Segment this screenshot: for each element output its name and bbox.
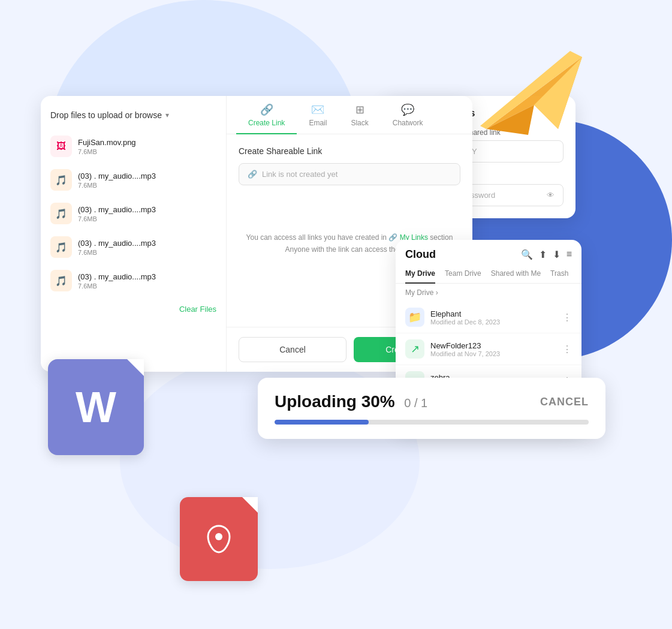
tab-email[interactable]: ✉️ Email <box>297 96 339 134</box>
file-name: FujiSan.mov.png <box>78 138 216 147</box>
email-icon: ✉️ <box>311 103 324 116</box>
tab-email-label: Email <box>309 119 327 127</box>
file-size: 7.6MB <box>78 215 216 222</box>
svg-point-4 <box>215 533 222 540</box>
cloud-tab-trash[interactable]: Trash <box>550 266 568 284</box>
upload-progress-header: Uploading 30% 0 / 1 CANCEL <box>275 392 589 411</box>
clear-files-button[interactable]: Clear Files <box>41 305 226 314</box>
cloud-item-date: Modified at Nov 7, 2023 <box>430 350 556 357</box>
cloud-item-info: NewFolder123 Modified at Nov 7, 2023 <box>430 341 556 357</box>
file-type-icon: 🎵 <box>50 203 72 224</box>
pdf-document-icon <box>180 497 258 581</box>
file-type-icon: 🎵 <box>50 169 72 191</box>
create-link-section-title: Create Shareable Link <box>239 146 460 156</box>
file-item: 🎵 (03) . my_audio....mp3 7.6MB <box>41 230 226 264</box>
file-info: (03) . my_audio....mp3 7.6MB <box>78 272 216 290</box>
cloud-tab-team-drive[interactable]: Team Drive <box>445 266 481 284</box>
cancel-button[interactable]: Cancel <box>239 337 346 362</box>
progress-bar-background <box>275 420 589 425</box>
pdf-icon-fold <box>242 497 258 513</box>
file-size: 7.6MB <box>78 148 216 155</box>
file-info: FujiSan.mov.png 7.6MB <box>78 138 216 155</box>
drop-header-label: Drop files to upload or browse <box>50 110 162 120</box>
cloud-list-item[interactable]: 📁 Elephant Modified at Dec 8, 2023 ⋮ <box>396 302 581 333</box>
file-item: 🎵 (03) . my_audio....mp3 7.6MB <box>41 163 226 197</box>
file-type-icon: 🎵 <box>50 270 72 291</box>
cloud-list-item[interactable]: ↗ NewFolder123 Modified at Nov 7, 2023 ⋮ <box>396 333 581 365</box>
cloud-title: Cloud <box>405 248 436 261</box>
tab-chatwork-label: Chatwork <box>393 119 423 127</box>
link-icon: 🔗 <box>248 170 257 179</box>
slack-icon: ⊞ <box>355 103 364 116</box>
file-size: 7.6MB <box>78 182 216 189</box>
chatwork-icon: 💬 <box>401 103 414 116</box>
upload-progress-panel: Uploading 30% 0 / 1 CANCEL <box>258 378 605 439</box>
tab-slack-label: Slack <box>351 119 368 127</box>
create-link-icon: 🔗 <box>260 103 273 116</box>
tab-slack[interactable]: ⊞ Slack <box>339 96 380 134</box>
drop-files-button[interactable]: Drop files to upload or browse ▾ <box>41 106 226 130</box>
link-placeholder-text: Link is not created yet <box>262 170 337 179</box>
file-name: (03) . my_audio....mp3 <box>78 171 216 180</box>
cloud-breadcrumb: My Drive › <box>396 284 581 302</box>
cloud-tab-my-drive[interactable]: My Drive <box>405 266 435 284</box>
file-size: 7.6MB <box>78 249 216 256</box>
chevron-down-icon: ▾ <box>165 111 169 119</box>
cloud-folder-icon: 📁 <box>405 308 424 327</box>
share-tabs: 🔗 Create Link ✉️ Email ⊞ Slack 💬 Chatwor… <box>227 96 472 134</box>
link-input[interactable]: 🔗 Link is not created yet <box>239 163 460 185</box>
download-icon[interactable]: ⬇ <box>553 249 560 260</box>
upload-status-text: Uploading 30% 0 / 1 <box>275 392 427 411</box>
search-icon[interactable]: 🔍 <box>521 249 533 260</box>
cloud-header-icons: 🔍 ⬆ ⬇ ≡ <box>521 249 572 260</box>
tab-chatwork[interactable]: 💬 Chatwork <box>381 96 435 134</box>
file-info: (03) . my_audio....mp3 7.6MB <box>78 239 216 256</box>
more-options-icon[interactable]: ⋮ <box>562 344 572 355</box>
file-list-panel: Drop files to upload or browse ▾ 🖼 FujiS… <box>41 96 227 372</box>
paper-plane-icon <box>474 33 594 153</box>
file-list: 🖼 FujiSan.mov.png 7.6MB 🎵 (03) . my_audi… <box>41 130 226 297</box>
cloud-tabs: My Drive Team Drive Shared with Me Trash <box>396 266 581 284</box>
progress-bar-fill <box>275 420 369 425</box>
file-item: 🎵 (03) . my_audio....mp3 7.6MB <box>41 264 226 297</box>
upload-percentage: Uploading 30% <box>275 392 395 411</box>
file-item: 🎵 (03) . my_audio....mp3 7.6MB <box>41 197 226 230</box>
word-letter: W <box>76 383 116 432</box>
word-icon-fold <box>127 359 144 376</box>
pdf-symbol <box>201 521 237 557</box>
file-size: 7.6MB <box>78 282 216 290</box>
tab-create-link[interactable]: 🔗 Create Link <box>236 96 297 134</box>
cloud-item-info: Elephant Modified at Dec 8, 2023 <box>430 309 556 326</box>
file-type-icon: 🎵 <box>50 236 72 258</box>
cloud-item-name: NewFolder123 <box>430 341 556 350</box>
tab-create-link-label: Create Link <box>248 119 285 127</box>
file-name: (03) . my_audio....mp3 <box>78 239 216 248</box>
upload-cancel-button[interactable]: CANCEL <box>540 396 589 408</box>
cloud-folder-icon: ↗ <box>405 339 424 359</box>
cloud-header: Cloud 🔍 ⬆ ⬇ ≡ <box>396 240 581 266</box>
upload-icon[interactable]: ⬆ <box>539 249 547 260</box>
word-document-icon: W <box>48 359 144 455</box>
sort-icon[interactable]: ≡ <box>566 249 572 260</box>
more-options-icon[interactable]: ⋮ <box>562 312 572 323</box>
cloud-item-name: Elephant <box>430 309 556 318</box>
cloud-tab-shared[interactable]: Shared with Me <box>491 266 541 284</box>
upload-count: 0 / 1 <box>397 396 427 410</box>
cloud-item-date: Modified at Dec 8, 2023 <box>430 318 556 326</box>
file-type-icon: 🖼 <box>50 136 72 157</box>
file-info: (03) . my_audio....mp3 7.6MB <box>78 205 216 222</box>
file-info: (03) . my_audio....mp3 7.6MB <box>78 171 216 189</box>
file-name: (03) . my_audio....mp3 <box>78 205 216 214</box>
file-name: (03) . my_audio....mp3 <box>78 272 216 281</box>
file-item: 🖼 FujiSan.mov.png 7.6MB <box>41 130 226 163</box>
eye-icon[interactable]: 👁 <box>547 191 555 200</box>
